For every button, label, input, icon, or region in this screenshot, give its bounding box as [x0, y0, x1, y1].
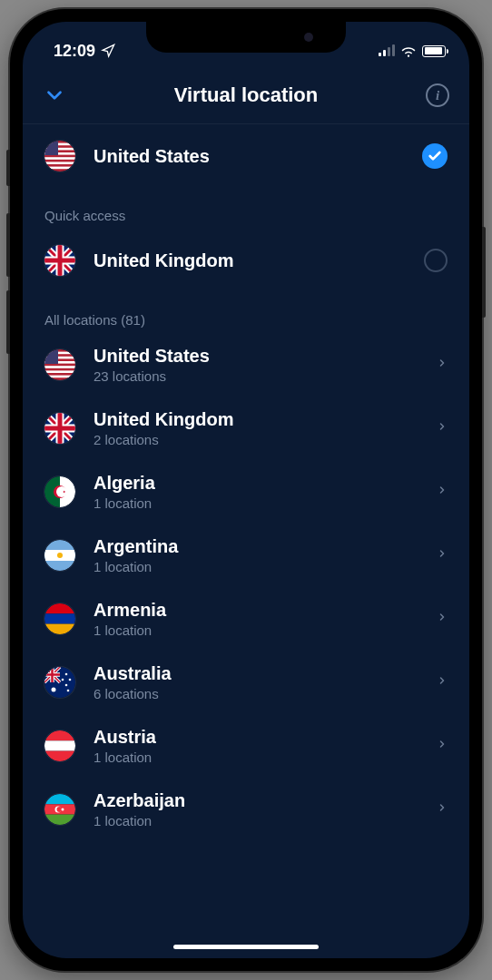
- page-title: Virtual location: [174, 83, 319, 107]
- chevron-right-icon: [437, 799, 448, 820]
- location-name: Algeria: [93, 473, 437, 494]
- location-row[interactable]: United States 23 locations: [23, 333, 469, 397]
- flag-icon: [44, 540, 75, 571]
- quick-access-item-name: United Kingdom: [93, 250, 424, 271]
- flag-icon: [44, 141, 75, 172]
- location-sub: 2 locations: [93, 432, 437, 447]
- flag-icon: [44, 794, 75, 825]
- flag-icon: [44, 603, 75, 634]
- notch: [146, 22, 346, 53]
- all-locations-label: All locations (81): [23, 292, 469, 333]
- chevron-right-icon: [437, 481, 448, 503]
- location-sub: 1 location: [93, 813, 437, 828]
- nav-header: Virtual location i: [23, 67, 469, 124]
- chevron-right-icon: [437, 608, 448, 630]
- unselected-radio-icon: [424, 249, 448, 272]
- flag-icon: [44, 476, 75, 507]
- cellular-signal-icon: [379, 45, 395, 56]
- flag-icon: [44, 245, 75, 276]
- flag-icon: [44, 413, 75, 444]
- location-row[interactable]: Australia 6 locations: [23, 651, 469, 714]
- location-name: Armenia: [93, 600, 437, 621]
- chevron-down-icon: [43, 83, 66, 107]
- location-sub: 1 location: [93, 495, 437, 511]
- back-button[interactable]: [43, 83, 66, 107]
- screen: 12:09 Virtual location i United States: [23, 22, 469, 958]
- location-name: United States: [93, 346, 437, 367]
- location-row[interactable]: Armenia 1 location: [23, 587, 469, 651]
- selected-location-name: United States: [93, 146, 422, 167]
- chevron-right-icon: [437, 354, 448, 376]
- quick-access-label: Quick access: [23, 188, 469, 229]
- content-scroll[interactable]: United States Quick access United Kingdo…: [23, 124, 469, 958]
- chevron-right-icon: [437, 417, 448, 439]
- info-button[interactable]: i: [426, 83, 449, 107]
- wifi-icon: [400, 44, 417, 57]
- flag-icon: [44, 730, 75, 761]
- phone-frame: 12:09 Virtual location i United States: [10, 9, 482, 971]
- location-sub: 23 locations: [93, 368, 437, 384]
- location-name: United Kingdom: [93, 409, 437, 430]
- location-row[interactable]: Algeria 1 location: [23, 460, 469, 524]
- quick-access-item[interactable]: United Kingdom: [23, 229, 469, 292]
- flag-icon: [44, 349, 75, 380]
- location-sub: 1 location: [93, 622, 437, 638]
- battery-icon: [422, 45, 446, 57]
- chevron-right-icon: [437, 671, 448, 693]
- chevron-right-icon: [437, 544, 448, 566]
- location-name: Argentina: [93, 536, 437, 557]
- location-name: Austria: [93, 727, 437, 748]
- location-row[interactable]: Azerbaijan 1 location: [23, 778, 469, 841]
- status-time: 12:09: [54, 42, 95, 61]
- selected-check-icon: [422, 143, 448, 169]
- flag-icon: [44, 667, 75, 698]
- location-name: Australia: [93, 663, 437, 684]
- location-services-icon: [101, 44, 115, 58]
- home-indicator[interactable]: [173, 945, 319, 949]
- location-row[interactable]: United Kingdom 2 locations: [23, 397, 469, 460]
- location-sub: 6 locations: [93, 686, 437, 701]
- location-sub: 1 location: [93, 750, 437, 765]
- location-sub: 1 location: [93, 559, 437, 574]
- location-row[interactable]: Argentina 1 location: [23, 524, 469, 587]
- selected-location-row[interactable]: United States: [23, 124, 469, 188]
- location-name: Azerbaijan: [93, 790, 437, 811]
- location-row[interactable]: Austria 1 location: [23, 714, 469, 778]
- chevron-right-icon: [437, 735, 448, 757]
